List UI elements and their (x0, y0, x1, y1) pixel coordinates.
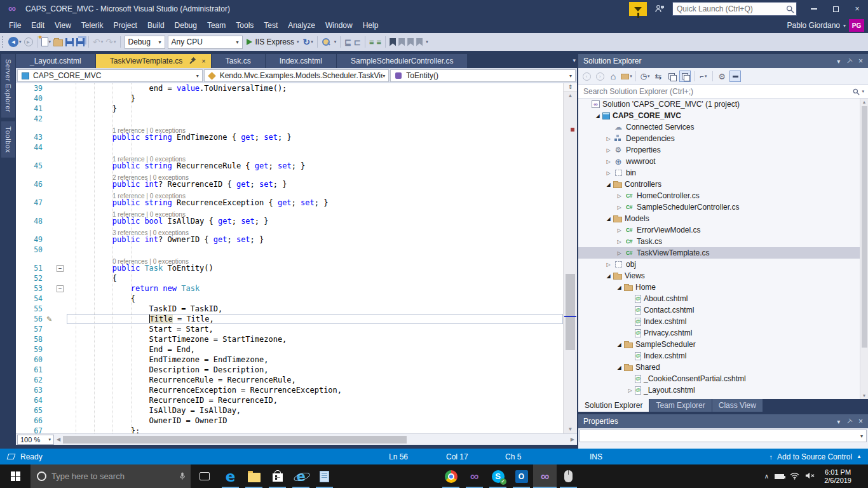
scroll-left-arrow-icon[interactable]: ◀ (54, 437, 63, 442)
scroll-up-arrow-icon[interactable]: ▲ (564, 93, 577, 98)
uncomment-lines-button[interactable]: ≡ (376, 35, 383, 49)
code-text[interactable] (67, 142, 563, 152)
taskbar-internet-explorer[interactable]: e (289, 464, 313, 488)
scroll-right-arrow-icon[interactable]: ▶ (568, 437, 577, 442)
tree-item-models[interactable]: ◢Models (578, 213, 868, 224)
code-text[interactable]: public bool IsAllDay { get; set; } (67, 216, 563, 226)
new-query2-button[interactable]: ⊏ (353, 35, 362, 49)
close-icon[interactable]: × (201, 57, 205, 65)
new-file-button[interactable]: ▾ (40, 35, 53, 49)
code-text[interactable]: public string RecurrenceException { get;… (67, 198, 563, 208)
close-icon[interactable]: × (858, 57, 863, 65)
tree-item-taskviewtemplate-cs[interactable]: ▷C#TaskViewTemplate.cs (578, 247, 868, 259)
expander-expanded-icon[interactable]: ◢ (614, 285, 624, 290)
code-text[interactable] (67, 114, 563, 124)
close-icon[interactable]: × (858, 417, 863, 426)
redo-button[interactable]: ↷▾ (104, 35, 117, 49)
save-all-button[interactable] (75, 35, 86, 49)
line-number[interactable]: 59 (22, 345, 46, 354)
code-text[interactable]: public int? RecurrenceID { get; set; } (67, 179, 563, 189)
expander-expanded-icon[interactable]: ◢ (593, 113, 602, 119)
tree-item-about-cshtml[interactable]: @About.cshtml (578, 293, 868, 304)
code-editor[interactable]: 39 end = value.ToUniversalTime();40 }41 … (16, 83, 577, 433)
line-number[interactable]: 41 (22, 104, 46, 113)
avatar[interactable]: PG (849, 19, 864, 32)
find-in-files-button[interactable] (320, 35, 332, 49)
line-number[interactable]: 48 (22, 217, 46, 226)
panel-tab-class-view[interactable]: Class View (712, 399, 763, 412)
expander-expanded-icon[interactable]: ◢ (614, 342, 624, 348)
volume-muted-icon[interactable] (805, 471, 815, 482)
scrollbar-thumb[interactable] (566, 274, 575, 350)
taskbar-outlook[interactable]: O (510, 464, 533, 488)
taskbar-edge[interactable]: e (219, 464, 242, 488)
tree-item-samplescheduler[interactable]: ◢SampleScheduler (578, 339, 868, 350)
line-number[interactable]: 58 (22, 335, 46, 344)
se-switch-views-button[interactable]: ▾ (621, 71, 632, 82)
code-text[interactable]: } (67, 93, 563, 104)
undo-button[interactable]: ↶▾ (92, 35, 104, 49)
clear-bookmarks-button[interactable] (415, 35, 424, 49)
next-bookmark-button[interactable] (406, 35, 415, 49)
tree-item-wwwroot[interactable]: ▷⊕wwwroot (578, 156, 868, 167)
code-text[interactable]: public int? OwnerID { get; set; } (67, 234, 563, 245)
line-number[interactable]: 53 (22, 284, 46, 293)
start-button[interactable] (0, 464, 31, 488)
expander-expanded-icon[interactable]: ◢ (604, 216, 613, 222)
menu-analyze[interactable]: Analyze (283, 18, 320, 32)
taskbar-visual-studio[interactable]: ∞ (463, 464, 486, 488)
cortana-icon[interactable] (37, 471, 46, 481)
code-text[interactable]: public string EndTimezone { get; set; } (67, 132, 563, 142)
refresh-button[interactable]: ↻▾ (301, 35, 314, 49)
feedback-filter-button[interactable] (629, 2, 647, 16)
tree-item-shared[interactable]: ◢Shared (578, 362, 868, 373)
expander-collapsed-icon[interactable]: ▷ (614, 239, 624, 245)
code-text[interactable]: RecurrenceRule = RecurrenceRule, (67, 375, 563, 385)
line-number[interactable]: 49 (22, 235, 46, 244)
menu-team[interactable]: Team (202, 18, 231, 32)
navigate-forward-button[interactable]: ► (23, 35, 34, 49)
line-number[interactable]: 44 (22, 143, 46, 152)
toolbar-options-button[interactable]: ▾ (424, 35, 430, 49)
code-text[interactable]: }; (67, 426, 563, 433)
taskbar-search-input[interactable] (51, 471, 174, 481)
code-text[interactable]: { (67, 294, 563, 304)
se-forward-button[interactable]: › (594, 71, 606, 82)
taskbar-file-explorer[interactable] (242, 464, 266, 488)
panel-menu-chevron-icon[interactable]: ▾ (837, 58, 840, 65)
search-icon[interactable] (783, 5, 796, 13)
tree-item-properties[interactable]: ▷⚙Properties (578, 144, 868, 156)
document-tab-sampleschedulercontroller-cs[interactable]: SampleSchedulerController.cs (337, 54, 467, 68)
tree-item-contact-cshtml[interactable]: @Contact.cshtml (578, 304, 868, 316)
type-dropdown[interactable]: Kendo.Mvc.Examples.Models.Scheduler.Task… (204, 69, 390, 82)
tree-item-dependencies[interactable]: ▷Dependencies (578, 133, 868, 144)
menu-help[interactable]: Help (358, 18, 384, 32)
line-number[interactable]: 43 (22, 133, 46, 142)
zoom-select[interactable]: 100 %▾ (17, 435, 54, 445)
menu-debug[interactable]: Debug (170, 18, 202, 32)
document-tab--layout-cshtml[interactable]: _Layout.cshtml (16, 54, 95, 68)
expander-expanded-icon[interactable]: ◢ (604, 182, 613, 187)
expander-expanded-icon[interactable]: ◢ (614, 365, 624, 370)
restore-button[interactable] (825, 1, 846, 17)
line-number[interactable]: 54 (22, 294, 46, 303)
line-number[interactable]: 62 (22, 376, 46, 384)
menu-telerik[interactable]: Telerik (76, 18, 109, 32)
line-number[interactable]: 61 (22, 365, 46, 374)
panel-tab-solution-explorer[interactable]: Solution Explorer (578, 399, 649, 412)
toolbar-overflow-button[interactable]: ▾ (332, 35, 338, 49)
se-properties-button[interactable]: ⚙ (716, 71, 728, 82)
expander-collapsed-icon[interactable]: ▷ (614, 250, 624, 256)
vertical-scrollbar[interactable]: ⇕ ▲ ▼ (563, 83, 577, 433)
microphone-icon[interactable] (174, 471, 191, 481)
code-text[interactable]: public Task ToEntity() (67, 263, 563, 273)
chevron-down-icon[interactable]: ▾ (843, 23, 846, 29)
tab-server-explorer[interactable]: Server Explorer (1, 54, 15, 118)
tree-item-index-cshtml[interactable]: @Index.cshtml (578, 350, 868, 362)
se-preview-selected-button[interactable] (679, 71, 691, 82)
tree-item-connected-services[interactable]: ☁Connected Services (578, 121, 868, 133)
taskbar-skype[interactable]: S (486, 464, 510, 488)
tree-item-homecontroller-cs[interactable]: ▷C#HomeController.cs (578, 190, 868, 201)
tree-item--layout-cshtml[interactable]: ▷@_Layout.cshtml (578, 384, 868, 396)
code-text[interactable]: end = value.ToUniversalTime(); (67, 83, 563, 93)
